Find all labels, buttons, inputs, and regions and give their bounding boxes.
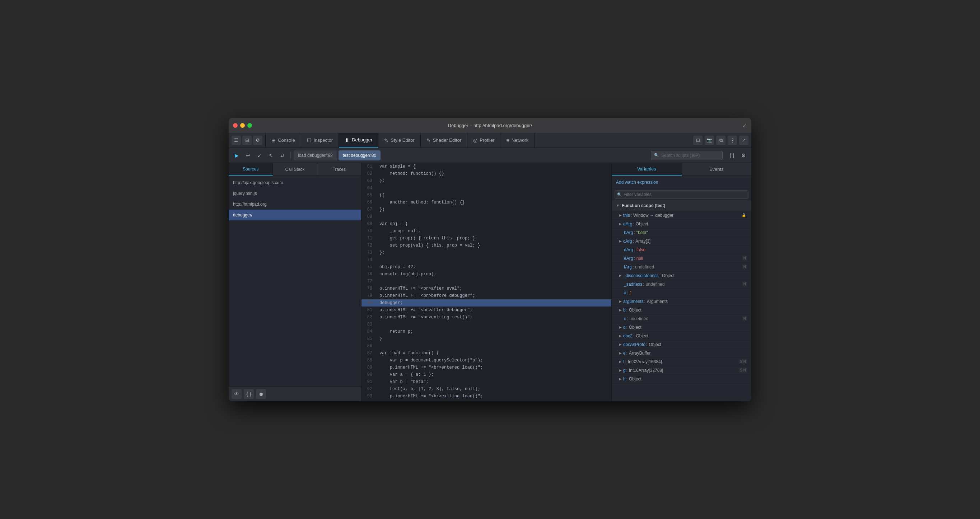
tab-inspector[interactable]: ☐ Inspector — [301, 133, 339, 148]
code-line: } — [376, 335, 611, 342]
source-item-debugger-label: debugger/ — [233, 212, 252, 218]
expand-arrow-icon[interactable] — [619, 351, 622, 355]
filter-variables-input[interactable] — [614, 190, 748, 199]
code-scroll[interactable]: 61var simple = {62 method: function() {}… — [361, 163, 611, 401]
prettify-button[interactable]: { } — [727, 150, 737, 161]
line-number: 63 — [361, 177, 376, 185]
sidebar-tab-traces[interactable]: Traces — [317, 163, 361, 175]
expand-arrow-icon[interactable] — [619, 222, 622, 226]
step-button[interactable]: ⇄ — [277, 150, 288, 161]
maximize-button[interactable] — [247, 123, 252, 128]
source-item-ajax[interactable]: http://ajax.googleapis.com — [229, 177, 361, 188]
tab-console-label: Console — [278, 137, 295, 143]
code-line — [376, 185, 611, 192]
variable-colon: : — [627, 307, 627, 313]
window-title: Debugger – http://htmlpad.org/debugger/ — [448, 123, 532, 128]
table-row: 85} — [361, 335, 611, 342]
dock-icon[interactable]: ⧉ — [716, 136, 725, 145]
watch-expression-row[interactable]: Add watch expression — [612, 176, 751, 189]
settings-icon[interactable]: ⚙ — [253, 136, 262, 145]
record-button[interactable]: ⏺ — [256, 389, 266, 399]
sidebar-tab-sources[interactable]: Sources — [229, 163, 273, 175]
responsive-icon[interactable]: ⊡ — [693, 136, 703, 145]
line-number: 81 — [361, 307, 376, 314]
network-icon: ≡ — [506, 137, 509, 143]
table-row: 87var load = function() { — [361, 350, 611, 357]
variable-row: dArg: false — [612, 245, 751, 254]
sidebar-tab-callstack-label: Call Stack — [285, 167, 304, 172]
expand-icon[interactable]: ⤢ — [742, 122, 747, 129]
variable-row: b: Object — [612, 306, 751, 314]
step-over-button[interactable]: ↩ — [243, 150, 253, 161]
play-button[interactable]: ▶ — [232, 150, 242, 161]
expand-arrow-icon[interactable] — [619, 334, 622, 338]
file-tab-test[interactable]: test debugger/:80 — [339, 150, 380, 161]
format-button[interactable]: { } — [244, 389, 254, 399]
variable-value: "beta" — [636, 230, 648, 235]
minimize-button[interactable] — [240, 123, 245, 128]
variable-value: Object — [662, 273, 675, 278]
code-line: var load = function() { — [376, 350, 611, 357]
filter-row: 🔍 — [612, 189, 751, 200]
code-line: console.log(obj.prop); — [376, 271, 611, 278]
step-out-button[interactable]: ↖ — [266, 150, 276, 161]
expand-arrow-icon[interactable] — [619, 308, 622, 312]
source-item-jquery[interactable]: jquery.min.js — [229, 188, 361, 199]
file-tab-load[interactable]: load debugger/:92 — [294, 150, 337, 161]
line-number: 92 — [361, 385, 376, 393]
expand-arrow-icon[interactable] — [619, 377, 622, 381]
file-tab-load-label: load debugger/:92 — [298, 153, 333, 158]
variable-value: null — [636, 256, 643, 261]
close-button[interactable] — [233, 123, 238, 128]
gear-button[interactable]: ⚙ — [738, 150, 748, 161]
expand-arrow-icon[interactable] — [619, 368, 622, 372]
right-tab-events[interactable]: Events — [682, 163, 752, 175]
eye-button[interactable]: 👁 — [232, 389, 242, 399]
right-tab-variables[interactable]: Variables — [612, 163, 682, 175]
source-item-htmlpad[interactable]: http://htmlpad.org — [229, 199, 361, 210]
scope-header[interactable]: ▼ Function scope [test] — [612, 200, 751, 211]
expand-arrow-icon[interactable] — [619, 342, 622, 346]
variable-name: arguments — [623, 299, 644, 304]
search-scripts-input-wrapper[interactable]: 🔍 Search scripts (⌘P) — [651, 151, 722, 160]
variable-colon: : — [633, 221, 634, 226]
sidebar-toggle-icon[interactable]: ☰ — [232, 136, 241, 145]
code-line: var a = { a: 1 }; — [376, 371, 611, 378]
variable-badge: N — [742, 256, 747, 261]
line-number: 86 — [361, 342, 376, 350]
panel-toggle-icon[interactable]: ⊟ — [242, 136, 251, 145]
tab-network[interactable]: ≡ Network — [500, 133, 535, 148]
detach-icon[interactable]: ↗ — [739, 136, 748, 145]
step-in-button[interactable]: ↙ — [255, 150, 264, 161]
line-number: 62 — [361, 170, 376, 177]
debugger-toolbar: ▶ ↩ ↙ ↖ ⇄ load debugger/:92 test debugge… — [229, 148, 751, 163]
expand-arrow-icon[interactable] — [619, 299, 622, 303]
tab-style-editor[interactable]: ✎ Style Editor — [379, 133, 420, 148]
table-row: 67}) — [361, 206, 611, 213]
tab-profiler[interactable]: ◎ Profiler — [468, 133, 500, 148]
tabbar-right-icons: ⊡ 📷 ⧉ ⋮ ↗ — [690, 133, 751, 148]
variable-colon: : — [633, 239, 634, 244]
tab-debugger[interactable]: ⏸ Debugger — [339, 133, 379, 148]
expand-arrow-icon[interactable] — [619, 213, 622, 217]
expand-arrow-icon[interactable] — [619, 325, 622, 329]
variable-colon: : — [631, 213, 632, 218]
source-item-debugger[interactable]: debugger/ — [229, 210, 361, 220]
expand-arrow-icon[interactable] — [619, 239, 622, 243]
expand-arrow-icon[interactable] — [619, 360, 622, 364]
line-number: 73 — [361, 249, 376, 256]
code-line: }; — [376, 177, 611, 185]
more-icon[interactable]: ⋮ — [728, 136, 737, 145]
variable-row: eArg: nullN — [612, 254, 751, 263]
tab-inspector-label: Inspector — [314, 137, 333, 143]
table-row: 68 — [361, 213, 611, 220]
tab-console[interactable]: ⊞ Console — [266, 133, 301, 148]
variable-badge: S N — [739, 359, 747, 364]
line-number: 67 — [361, 206, 376, 213]
sidebar-tab-callstack[interactable]: Call Stack — [273, 163, 317, 175]
expand-arrow-icon[interactable] — [619, 274, 622, 277]
tab-shader-editor[interactable]: ✎ Shader Editor — [421, 133, 468, 148]
line-number: 91 — [361, 378, 376, 385]
variable-row: _sadness: undefinedN — [612, 280, 751, 288]
screenshot-icon[interactable]: 📷 — [705, 136, 714, 145]
